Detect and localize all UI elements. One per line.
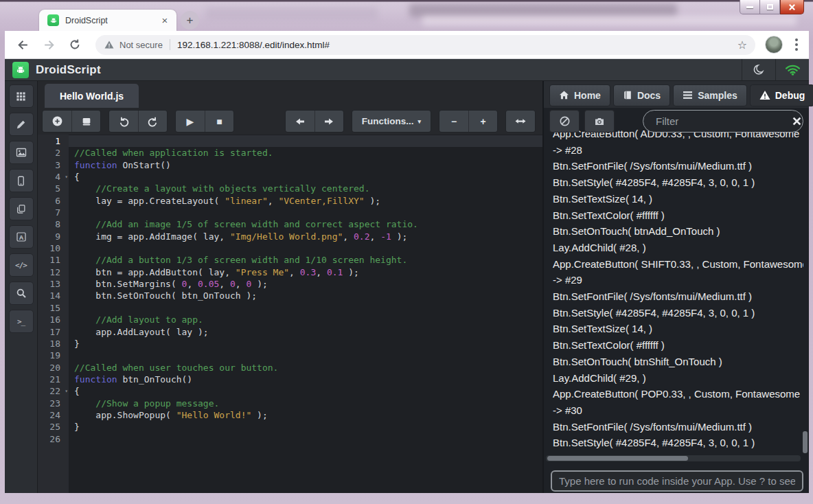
debug-log-list[interactable]: App.CreateButton( ADD0.33, , Custom, Fon… [544,108,803,455]
code-line[interactable]: function btn_OnTouch() [69,374,542,385]
browser-tab[interactable]: DroidScript × [39,10,176,31]
scrollbar-thumb[interactable] [547,456,688,461]
code-editor[interactable]: 1234▾5678910111213141516171819202122▾232… [38,135,542,493]
code-line[interactable]: app.AddLayout( lay ); [69,326,542,338]
code-line[interactable]: //Create a layout with objects verticall… [69,183,542,194]
code-line[interactable]: btn.SetMargins( 0, 0.05, 0, 0 ); [69,278,542,290]
screenshot-button[interactable] [584,110,615,133]
console-input[interactable] [551,470,803,492]
code-token: -1 [380,231,391,242]
profile-avatar[interactable] [765,36,783,54]
bookmark-star-icon[interactable]: ☆ [737,38,747,51]
fold-marker-icon[interactable]: ▾ [65,171,68,183]
code-line[interactable]: } [69,338,542,350]
code-line[interactable] [69,135,542,147]
sidebar-copy-button[interactable] [9,197,34,220]
code-token: ); [391,231,407,242]
stop-button[interactable]: ■ [205,111,233,132]
back-icon[interactable] [14,36,31,53]
not-secure-warning-icon[interactable] [104,40,114,49]
new-tab-button[interactable]: + [181,11,199,30]
clear-filter-icon[interactable] [792,117,801,126]
code-line[interactable] [69,207,542,218]
code-area[interactable]: //Called when application is started.fun… [69,135,542,493]
line-number: 7 [38,207,69,218]
url-text[interactable]: 192.168.1.221:8088/.edit/index.html# [177,40,732,50]
droidscript-app: DroidScript A</>>_ Hello World.js ▶■Func… [5,59,809,493]
minimize-button[interactable] [740,0,760,14]
close-button[interactable] [780,0,804,14]
sidebar-edit-button[interactable] [9,113,34,136]
address-bar[interactable]: Not secure 192.168.1.221:8088/.edit/inde… [95,35,755,55]
forward-icon[interactable] [41,36,57,53]
code-line[interactable]: { [69,385,542,397]
sidebar-images-button[interactable] [9,141,34,164]
code-line[interactable]: } [69,421,542,433]
save-button[interactable] [71,111,100,132]
debug-panel: App.CreateButton( ADD0.33, , Custom, Fon… [544,108,809,493]
maximize-button[interactable] [760,0,780,14]
toolbar-button-group [285,110,344,133]
sidebar-apps-button[interactable] [9,84,34,108]
code-line[interactable]: //Called when application is started. [69,147,542,159]
code-line[interactable]: //Show a popup message. [69,398,542,409]
functions-dropdown[interactable]: Functions...▾ [352,111,431,132]
tab-docs[interactable]: Docs [613,84,670,106]
code-line[interactable]: //Add an image 1/5 of screen width and c… [69,218,542,230]
debug-log-line: Lay.AddChild( #29, ) [553,370,803,387]
line-number: 18 [38,338,69,350]
sidebar-spellcheck-button[interactable]: A [9,225,34,249]
redo-button[interactable] [138,111,167,132]
plus-button[interactable]: + [468,111,497,132]
code-line[interactable]: btn = app.AddButton( lay, "Press Me", 0.… [69,266,542,278]
tab-close-icon[interactable]: × [159,14,171,27]
expand-button[interactable] [506,111,535,132]
code-line[interactable]: function OnStart() [69,159,542,171]
code-token: function [74,374,117,385]
code-token: { [74,172,80,182]
sidebar-device-button[interactable] [9,169,34,192]
code-line[interactable]: app.ShowPopup( "Hello World!" ); [69,409,542,421]
tab-home[interactable]: Home [549,84,610,106]
filter-input[interactable] [656,115,792,127]
undo-button[interactable] [109,111,138,132]
sidebar-search-button[interactable] [9,282,34,305]
browser-menu-icon[interactable] [790,38,803,51]
code-line[interactable]: btn.SetOnTouch( btn_OnTouch ); [69,290,542,301]
minus-button[interactable]: − [439,111,468,132]
file-tab[interactable]: Hello World.js [45,84,139,108]
code-line[interactable] [69,242,542,254]
code-line[interactable]: lay = app.CreateLayout( "linear", "VCent… [69,195,542,207]
tab-debug[interactable]: Debug [750,84,813,106]
refresh-icon[interactable] [67,36,83,53]
code-line[interactable]: img = app.AddImage( lay, "Img/Hello Worl… [69,231,542,242]
code-line[interactable] [69,350,542,361]
code-line[interactable] [69,302,542,314]
editor-column: Hello World.js ▶■Functions...▾−+ 1234▾56… [38,81,542,493]
code-line[interactable]: //Called when user touches our button. [69,362,542,374]
code-token: } [74,422,80,432]
play-button[interactable]: ▶ [176,111,205,132]
omnibox-divider [170,39,170,50]
right-panel: HomeDocsSamplesDebug App.CreateButton( A… [542,81,809,493]
dark-mode-toggle[interactable] [742,59,775,80]
tab-label: Docs [637,90,661,101]
code-line[interactable]: //Add a button 1/3 of screen width and 1… [69,254,542,266]
code-line[interactable] [69,433,542,445]
code-line[interactable]: { [69,171,542,183]
wifi-status-icon[interactable] [775,59,809,80]
clear-log-button[interactable] [549,110,580,133]
debug-horizontal-scrollbar[interactable] [546,455,801,461]
add-button[interactable] [43,111,71,132]
sidebar-code-button[interactable]: </> [9,253,34,277]
code-line[interactable]: //Add layout to app. [69,314,542,325]
debug-vertical-scrollbar-thumb[interactable] [803,431,808,453]
pencil-icon [16,119,26,130]
tab-samples[interactable]: Samples [673,84,747,106]
line-number: 8 [38,218,69,230]
sidebar-terminal-button[interactable]: >_ [9,310,34,333]
filter-box[interactable] [643,110,803,133]
nav-left-button[interactable] [286,111,314,132]
fold-marker-icon[interactable]: ▾ [65,385,68,397]
nav-right-button[interactable] [314,111,343,132]
